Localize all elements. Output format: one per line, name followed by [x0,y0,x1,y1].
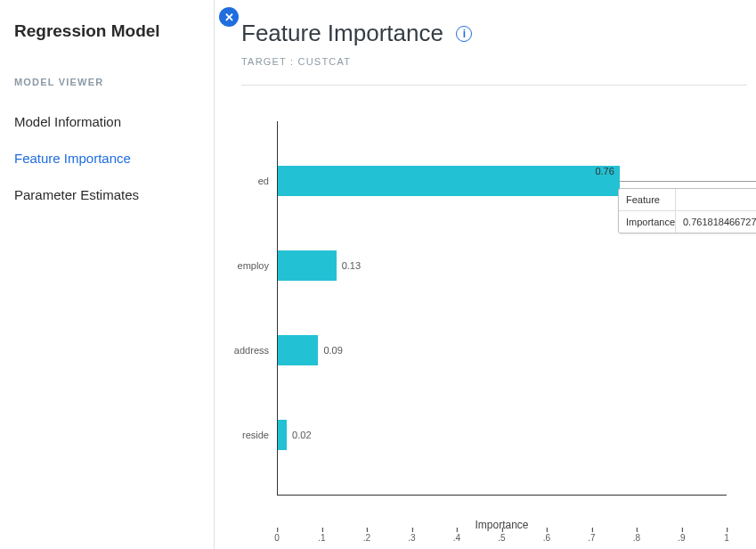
chart-value-label: 0.02 [292,430,311,440]
chart-tick: .9 [678,533,685,543]
main-content: Feature Importance i TARGET : CUSTCAT ed… [215,0,756,549]
sidebar-item-feature-importance[interactable]: Feature Importance [14,140,199,176]
chart-tick: .6 [543,533,550,543]
chart-bar[interactable] [278,335,318,365]
subtitle: TARGET : CUSTCAT [241,56,747,67]
chart-tick: .4 [453,533,460,543]
tooltip-feature-val: ed [676,189,756,210]
chart-tick: .1 [318,533,325,543]
sidebar-item-model-information[interactable]: Model Information [14,103,199,140]
chart-category-label: reside [242,430,269,440]
chart-category-label: ed [258,176,269,186]
chart-category-label: employ [238,260,269,271]
tooltip-feature-key: Feature [619,189,676,210]
chart-tooltip: Feature ed Importance 0.7618184667270733 [618,188,756,234]
chart-x-ticks: 0.1.2.3.4.5.6.7.8.91 [277,533,727,547]
chart-tick: 0 [274,533,280,543]
chart-value-label: 0.13 [342,260,361,271]
sidebar-section-label: MODEL VIEWER [14,77,199,87]
info-icon[interactable]: i [456,26,472,42]
chart-bar[interactable] [278,250,337,281]
tooltip-importance-val: 0.7618184667270733 [676,211,756,233]
chart-tick: .2 [363,533,370,543]
page-title: Feature Importance [241,20,443,47]
chart-tick: .3 [408,533,415,543]
tooltip-importance-key: Importance [619,211,676,233]
sidebar-item-parameter-estimates[interactable]: Parameter Estimates [14,176,199,213]
chart-tick: .7 [588,533,595,543]
chart-value-label: 0.76 [595,166,614,176]
feature-importance-chart: ed0.76employ0.13address0.09reside0.02 0.… [277,121,727,531]
chart-plot-area: ed0.76employ0.13address0.09reside0.02 [277,121,727,496]
panel-title: Regression Model [14,21,199,41]
chart-value-label: 0.09 [323,345,342,356]
chart-tick: .8 [633,533,640,543]
sidebar: Regression Model MODEL VIEWER Model Info… [0,0,215,549]
chart-bar-row: address0.09 [278,335,727,365]
chart-bar[interactable]: 0.76 [278,166,620,196]
chart-tick: 1 [724,533,729,543]
target-name: CUSTCAT [298,56,352,67]
divider [241,85,747,86]
chart-category-label: address [234,345,269,356]
chart-bar[interactable] [278,420,287,450]
subtitle-prefix: TARGET : [241,56,298,67]
chart-bar-row: employ0.13 [278,250,727,281]
chart-bar-row: reside0.02 [278,420,727,450]
chart-tick: .5 [498,533,505,543]
